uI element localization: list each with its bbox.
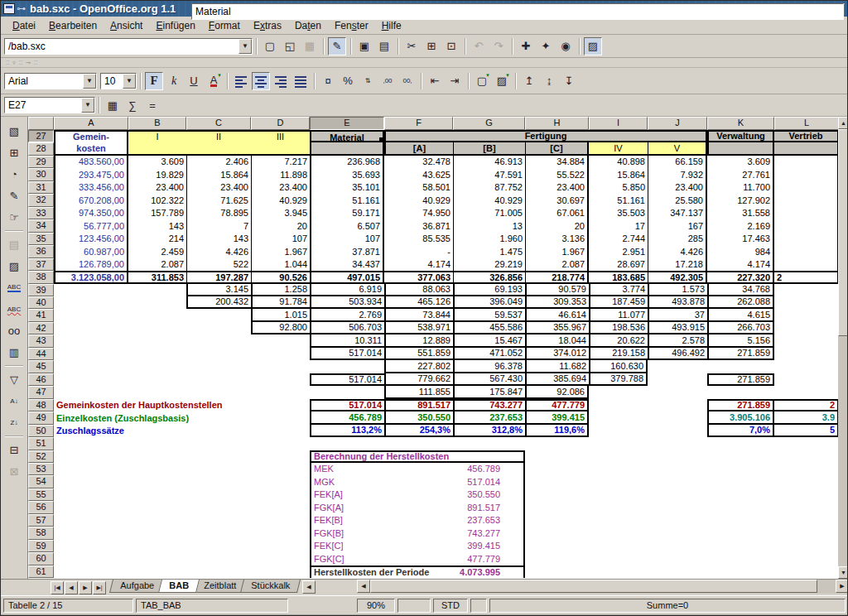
cell-L29[interactable] [774, 156, 838, 168]
cell-G33[interactable]: 71.005 [453, 207, 525, 219]
cell-H36[interactable]: 1.967 [525, 245, 589, 258]
open-icon[interactable]: ◱ [281, 37, 299, 55]
vertical-scroll-thumb[interactable] [838, 129, 848, 336]
cell-I46[interactable]: 379.788 [589, 373, 648, 386]
status-zoom[interactable]: 90% [357, 599, 395, 613]
cell-E59[interactable]: FEK[C] [310, 540, 453, 552]
cell-K48[interactable]: 271.859 [707, 399, 774, 411]
row-header-30[interactable]: 30 [28, 168, 54, 181]
cell-G46[interactable]: 567.430 [453, 373, 525, 386]
row-header-40[interactable]: 40 [28, 296, 54, 309]
align-middle-icon[interactable]: ↨ [540, 72, 558, 90]
cell-E56[interactable]: FGK[A] [310, 501, 453, 514]
find-replace-icon[interactable]: oo [4, 320, 24, 340]
row-header-28[interactable]: 28 [28, 142, 54, 156]
draw-functions-icon[interactable]: ✎ [4, 185, 24, 205]
scroll-up-icon[interactable]: ▲ [838, 117, 848, 129]
cell-K41[interactable]: 4.615 [707, 309, 774, 322]
gallery-icon[interactable]: ▨ [584, 37, 602, 55]
col-header-F[interactable]: F [384, 117, 453, 130]
row-header-60[interactable]: 60 [28, 552, 54, 565]
cell-C33[interactable]: 78.895 [186, 207, 251, 219]
hyperlink-icon[interactable]: ◉ [556, 37, 575, 55]
cell-F28[interactable]: [A] [384, 142, 453, 156]
cell-E46[interactable]: 517.014 [310, 373, 384, 386]
cell-K27[interactable]: Verwaltung [707, 130, 774, 142]
menu-hilfe[interactable]: Hilfe [375, 18, 408, 33]
cell-B36[interactable]: 2.459 [128, 245, 186, 258]
cell-E49[interactable]: 456.789 [310, 411, 384, 425]
cell-E39[interactable]: 6.919 [310, 284, 384, 296]
cell-K39[interactable]: 34.768 [707, 284, 774, 296]
cell-J41[interactable]: 37 [648, 309, 707, 322]
cell-G40[interactable]: 396.049 [453, 296, 525, 309]
cell-G41[interactable]: 59.537 [453, 309, 525, 322]
cell-H41[interactable]: 46.614 [525, 309, 589, 322]
align-top-icon[interactable]: ↥ [520, 72, 538, 90]
font-size-value[interactable]: 10 [101, 75, 123, 87]
cell-F35[interactable]: 85.535 [384, 233, 453, 245]
cell-J32[interactable]: 25.580 [648, 194, 707, 207]
italic-icon[interactable]: k [165, 72, 183, 90]
cell-G32[interactable]: 40.929 [453, 194, 525, 207]
row-header-39[interactable]: 39 [28, 284, 54, 296]
menu-format[interactable]: Format [202, 18, 247, 33]
row-header-57[interactable]: 57 [28, 514, 54, 527]
standard-format-icon[interactable]: ⇅ [359, 72, 377, 90]
url-combobox[interactable]: /bab.sxc ▼ [4, 38, 253, 55]
col-header-D[interactable]: D [251, 117, 310, 130]
name-box[interactable]: E27 ▼ [4, 97, 95, 113]
cell-I44[interactable]: 219.158 [589, 348, 648, 360]
cell-A27[interactable]: Gemein- [54, 130, 128, 142]
status-sum[interactable]: Summe=0 [489, 599, 846, 613]
col-header-I[interactable]: I [589, 117, 648, 130]
cell-C30[interactable]: 15.864 [186, 168, 251, 181]
cell-L30[interactable] [774, 168, 838, 181]
row-header-32[interactable]: 32 [28, 194, 54, 207]
row-header-58[interactable]: 58 [28, 527, 54, 540]
borders-icon[interactable]: ▢▼ [473, 72, 491, 90]
menu-daten[interactable]: Daten [288, 18, 328, 33]
cell-L33[interactable] [774, 207, 838, 219]
cell-G50[interactable]: 312,8% [453, 425, 525, 437]
cell-H46[interactable]: 385.694 [525, 373, 589, 386]
cell-I45[interactable]: 160.630 [589, 360, 648, 373]
percent-format-icon[interactable]: % [339, 72, 357, 90]
cell-H32[interactable]: 30.697 [525, 194, 589, 207]
cell-E60[interactable]: FGK[C] [310, 552, 453, 565]
cell-F36[interactable]: - [384, 245, 453, 258]
equals-icon[interactable]: = [143, 96, 161, 114]
col-header-A[interactable]: A [54, 117, 128, 130]
cell-L38[interactable]: 2 [774, 271, 838, 284]
menu-ansicht[interactable]: Ansicht [104, 18, 149, 33]
cell-H50[interactable]: 119,6% [525, 425, 589, 437]
cell-K32[interactable]: 127.902 [707, 194, 774, 207]
cell-A30[interactable]: 293.475,00 [54, 168, 128, 181]
menu-einfgen[interactable]: Einfügen [149, 18, 201, 33]
col-header-G[interactable]: G [453, 117, 525, 130]
horizontal-scrollbar[interactable]: ◀ ▶ [357, 580, 848, 594]
cell-K30[interactable]: 27.761 [707, 168, 774, 181]
cell-E40[interactable]: 503.934 [310, 296, 384, 309]
cell-F45[interactable]: 227.802 [384, 360, 453, 373]
cell-F29[interactable]: 32.478 [384, 156, 453, 168]
cell-I38[interactable]: 183.685 [589, 271, 648, 284]
last-sheet-button[interactable]: ▶| [93, 581, 106, 594]
row-header-51[interactable]: 51 [28, 437, 54, 450]
cell-C27[interactable]: II [186, 130, 251, 142]
cell-D38[interactable]: 90.526 [251, 271, 310, 284]
cell-F41[interactable]: 73.844 [384, 309, 453, 322]
cell-F31[interactable]: 58.501 [384, 181, 453, 194]
prev-sheet-button[interactable]: ◀ [65, 581, 78, 594]
cell-H38[interactable]: 218.774 [525, 271, 589, 284]
cell-L34[interactable] [774, 219, 838, 233]
cell-I33[interactable]: 35.503 [589, 207, 648, 219]
row-header-56[interactable]: 56 [28, 501, 54, 514]
vertical-scrollbar[interactable]: ▲ ▼ [838, 117, 848, 579]
cell-F48[interactable]: 891.517 [384, 399, 453, 411]
cell-F50[interactable]: 254,3% [384, 425, 453, 437]
row-header-46[interactable]: 46 [28, 373, 54, 386]
cell-L37[interactable] [774, 258, 838, 271]
cell-H35[interactable]: 3.136 [525, 233, 589, 245]
cell-J39[interactable]: 1.573 [648, 284, 707, 296]
